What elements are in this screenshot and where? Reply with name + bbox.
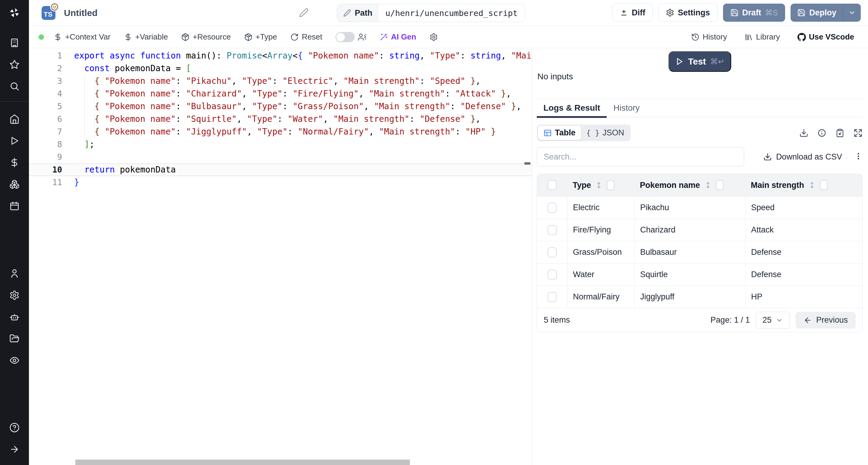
settings-icon[interactable] bbox=[0, 284, 29, 306]
code-line[interactable]: 9 bbox=[29, 151, 532, 164]
draft-button[interactable]: Draft ⌘S bbox=[723, 4, 785, 22]
settings-button[interactable]: Settings bbox=[658, 4, 718, 22]
row-checkbox[interactable] bbox=[548, 203, 557, 213]
expand-sidebar-icon[interactable] bbox=[0, 438, 29, 460]
table-cell: HP bbox=[745, 286, 862, 308]
runs-icon[interactable] bbox=[0, 130, 29, 152]
library-button[interactable]: Library bbox=[744, 32, 780, 41]
view-toggle-table[interactable]: Table bbox=[538, 126, 581, 140]
table-cell: Jigglypuff bbox=[634, 286, 745, 308]
horizontal-scrollbar[interactable] bbox=[75, 460, 410, 465]
path-value[interactable]: u/henri/unencumbered_script bbox=[378, 4, 525, 22]
package-icon bbox=[244, 33, 253, 41]
code-line[interactable]: 3 { "Pokemon name": "Pikachu", "Type": "… bbox=[29, 75, 532, 87]
expand-icon[interactable] bbox=[854, 128, 863, 138]
line-number: 2 bbox=[29, 62, 74, 75]
edit-summary-pencil-icon[interactable] bbox=[299, 8, 309, 19]
add-variable-button[interactable]: +Variable bbox=[124, 32, 168, 41]
help-icon[interactable] bbox=[0, 417, 29, 438]
folders-icon[interactable] bbox=[0, 328, 29, 349]
previous-page-button[interactable]: Previous bbox=[796, 312, 856, 329]
add-context-var-button[interactable]: +Context Var bbox=[54, 32, 111, 41]
code-line[interactable]: 5 { "Pokemon name": "Bulbasaur", "Type":… bbox=[29, 100, 532, 113]
code-text: export async function main(): Promise<Ar… bbox=[74, 50, 532, 62]
download-csv-button[interactable]: Download as CSV bbox=[764, 152, 842, 162]
deploy-button[interactable]: Deploy bbox=[790, 4, 843, 22]
code-line[interactable]: 7 { "Pokemon name": "Jigglypuff", "Type"… bbox=[29, 125, 532, 138]
table-cell: Grass/Poison bbox=[567, 241, 634, 263]
download-icon[interactable] bbox=[799, 128, 808, 138]
code-line[interactable]: 6 { "Pokemon name": "Squirtle", "Type": … bbox=[29, 113, 532, 125]
path-label-segment[interactable]: Path bbox=[337, 4, 378, 22]
sort-icon[interactable] bbox=[808, 181, 815, 189]
history-button[interactable]: History bbox=[691, 32, 727, 41]
clipboard-copy-icon[interactable] bbox=[835, 128, 844, 138]
code-line[interactable]: 10 return pokemonData bbox=[29, 164, 532, 176]
collaboration-users-icon[interactable] bbox=[358, 33, 366, 41]
tab-history[interactable]: History bbox=[607, 99, 646, 117]
code-line[interactable]: 1export async function main(): Promise<A… bbox=[29, 50, 532, 62]
history-clock-icon bbox=[691, 33, 700, 41]
tab-logs-result[interactable]: Logs & Result bbox=[537, 99, 607, 117]
top-bar: TS Untitled Path u/henri/unencumbered_sc… bbox=[29, 0, 868, 26]
github-icon bbox=[798, 33, 806, 41]
code-line[interactable]: 11} bbox=[29, 176, 532, 189]
workspace-icon[interactable] bbox=[0, 32, 29, 54]
braces-icon: { } bbox=[587, 129, 599, 137]
use-vscode-button[interactable]: Use VScode bbox=[798, 32, 854, 41]
view-toggle: Table { } JSON bbox=[537, 124, 631, 141]
diff-button[interactable]: Diff bbox=[612, 4, 653, 22]
row-checkbox[interactable] bbox=[548, 269, 557, 280]
code-line[interactable]: 2 const pokemonData = [ bbox=[29, 62, 532, 75]
add-resource-button[interactable]: +Resource bbox=[181, 32, 230, 41]
row-checkbox[interactable] bbox=[548, 292, 557, 302]
multiplayer-toggle[interactable] bbox=[336, 32, 355, 42]
result-table: Type Pokemon name Main strength bbox=[537, 174, 863, 332]
chevron-down-icon bbox=[848, 9, 856, 17]
select-all-checkbox[interactable] bbox=[548, 180, 557, 190]
code-line[interactable]: 4 { "Pokemon name": "Charizard", "Type":… bbox=[29, 87, 532, 100]
view-toggle-json[interactable]: { } JSON bbox=[581, 126, 629, 140]
add-type-button[interactable]: +Type bbox=[244, 32, 277, 41]
line-number: 9 bbox=[29, 151, 74, 164]
table-row: ElectricPikachuSpeed bbox=[537, 196, 862, 219]
audit-logs-icon[interactable] bbox=[0, 349, 29, 371]
editor-settings-gear-icon[interactable] bbox=[430, 33, 438, 41]
ai-gen-button[interactable]: AI Gen bbox=[379, 32, 416, 41]
row-checkbox[interactable] bbox=[548, 225, 557, 235]
column-filter-box[interactable] bbox=[820, 180, 828, 190]
favorites-icon[interactable] bbox=[0, 54, 29, 76]
column-filter-box[interactable] bbox=[607, 180, 615, 190]
overview-ruler-mark bbox=[524, 162, 530, 165]
script-emoji bbox=[50, 2, 59, 11]
test-button[interactable]: Test ⌘↵ bbox=[669, 51, 731, 72]
search-input[interactable] bbox=[537, 147, 744, 167]
users-admin-icon[interactable] bbox=[0, 263, 29, 284]
row-checkbox[interactable] bbox=[548, 247, 557, 258]
variables-icon[interactable] bbox=[0, 152, 29, 173]
schedules-icon[interactable] bbox=[0, 195, 29, 217]
column-filter-box[interactable] bbox=[716, 180, 724, 190]
sort-icon[interactable] bbox=[704, 181, 712, 189]
resources-icon[interactable] bbox=[0, 173, 29, 195]
dollar-icon bbox=[124, 33, 132, 41]
more-options-icon[interactable] bbox=[854, 152, 863, 162]
page-size-select[interactable]: 25 bbox=[756, 312, 789, 329]
info-icon[interactable] bbox=[817, 128, 827, 138]
windmill-logo-icon[interactable] bbox=[0, 4, 29, 21]
sort-icon[interactable] bbox=[595, 181, 602, 189]
reset-button[interactable]: Reset bbox=[290, 32, 322, 41]
path-field[interactable]: Path u/henri/unencumbered_script bbox=[337, 4, 525, 22]
workers-icon[interactable] bbox=[0, 306, 29, 328]
sidebar-divider bbox=[0, 101, 29, 101]
search-icon[interactable] bbox=[0, 76, 29, 97]
column-header-pokemon-name[interactable]: Pokemon name bbox=[640, 181, 700, 190]
code-line[interactable]: 8 ]; bbox=[29, 138, 532, 151]
deploy-dropdown-button[interactable] bbox=[843, 4, 861, 22]
column-header-main-strength[interactable]: Main strength bbox=[751, 181, 804, 190]
home-icon[interactable] bbox=[0, 108, 29, 130]
column-header-type[interactable]: Type bbox=[572, 181, 591, 190]
topbar-actions: Diff Settings Draft ⌘S Deploy bbox=[612, 4, 861, 22]
table-cell: Speed bbox=[745, 197, 862, 219]
code-editor[interactable]: 1export async function main(): Promise<A… bbox=[29, 48, 532, 465]
